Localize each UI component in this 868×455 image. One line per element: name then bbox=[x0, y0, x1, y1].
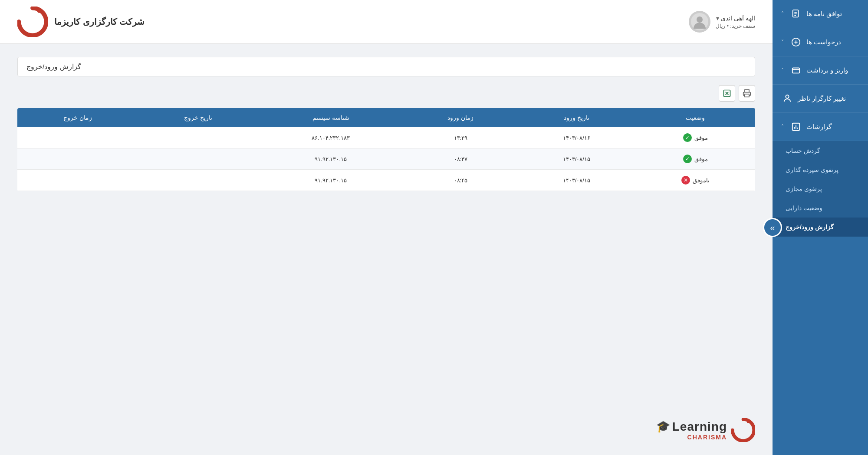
footer-logo-icon bbox=[731, 418, 755, 442]
table-row: موفق ✓ ۱۴۰۳/۰۸/۱۶۱۳:۲۹۸۶.۱۰۴.۲۳۲.۱۸۳ bbox=[17, 127, 755, 148]
header: الهه آهی اندی ▾ سقف خرید: • ریال شرکت کا… bbox=[0, 0, 773, 44]
collapse-icon: » bbox=[770, 223, 775, 233]
sub-item-label: وضعیت دارایی bbox=[786, 204, 822, 211]
cell-exit-date bbox=[138, 127, 258, 148]
col-system-id: شناسه سیستم bbox=[258, 108, 404, 127]
sidebar-item-reports[interactable]: گزارشات ˄ bbox=[773, 113, 868, 141]
user-credit: سقف خرید: • ریال bbox=[716, 23, 755, 29]
cell-system-id: ۸۶.۱۰۴.۲۳۲.۱۸۳ bbox=[258, 127, 404, 148]
footer-charisma-text: CHARISMA bbox=[656, 434, 727, 441]
svg-point-9 bbox=[786, 95, 789, 98]
sidebar-item-requests[interactable]: درخواست ها ˅ bbox=[773, 28, 868, 56]
footer-text: Learning 🎓 CHARISMA bbox=[656, 420, 727, 441]
col-exit-date: تاریخ خروج bbox=[138, 108, 258, 127]
sidebar-sub-account-history[interactable]: گردش حساب bbox=[773, 141, 868, 160]
sidebar: توافق نامه ها ˄ درخواست ها ˅ bbox=[773, 0, 868, 455]
report-title: گزارش ورود/خروج bbox=[26, 63, 81, 71]
sub-item-label: گزارش ورود/خروج bbox=[786, 224, 834, 231]
cell-exit-time bbox=[17, 148, 138, 170]
cell-entry-time: ۱۳:۲۹ bbox=[404, 127, 518, 148]
table-row: موفق ✓ ۱۴۰۳/۰۸/۱۵۰۸:۴۷۹۱.۹۲.۱۳۰.۱۵ bbox=[17, 148, 755, 170]
svg-point-15 bbox=[697, 16, 703, 23]
svg-rect-17 bbox=[745, 94, 749, 97]
sidebar-sub-asset-status[interactable]: وضعیت دارایی bbox=[773, 198, 868, 218]
cell-entry-date: ۱۴۰۳/۰۸/۱۶ bbox=[518, 127, 635, 148]
col-exit-time: زمان خروج bbox=[17, 108, 138, 127]
sidebar-item-agreements[interactable]: توافق نامه ها ˄ bbox=[773, 0, 868, 28]
sidebar-item-label: تغییر کارگزار ناظر bbox=[798, 95, 846, 102]
agent-icon bbox=[781, 92, 793, 105]
cell-exit-date bbox=[138, 170, 258, 191]
sidebar-item-change-agent[interactable]: تغییر کارگزار ناظر bbox=[773, 85, 868, 113]
agreements-icon bbox=[790, 8, 802, 20]
sidebar-item-label: گزارشات bbox=[806, 123, 832, 131]
excel-button[interactable] bbox=[719, 85, 735, 102]
footer-learning-text: Learning bbox=[672, 420, 727, 434]
cell-status: موفق ✓ bbox=[635, 148, 755, 170]
chevron-down-icon: ˅ bbox=[781, 39, 784, 45]
col-entry-date: تاریخ ورود bbox=[518, 108, 635, 127]
chevron-up-icon2: ˄ bbox=[781, 124, 784, 130]
graduation-hat-icon: 🎓 bbox=[656, 420, 670, 433]
chevron-up-icon: ˄ bbox=[781, 11, 784, 17]
svg-rect-7 bbox=[792, 68, 800, 73]
cell-status: ناموفق ✕ bbox=[635, 170, 755, 191]
table-row: ناموفق ✕ ۱۴۰۳/۰۸/۱۵۰۸:۴۵۹۱.۹۲.۱۳۰.۱۵ bbox=[17, 170, 755, 191]
cell-system-id: ۹۱.۹۲.۱۳۰.۱۵ bbox=[258, 148, 404, 170]
page-body: گزارش ورود/خروج bbox=[0, 44, 773, 405]
status-icon: ✓ bbox=[683, 133, 692, 142]
sidebar-collapse-button[interactable]: » bbox=[763, 218, 782, 237]
chevron-down-icon2: ˅ bbox=[781, 67, 784, 73]
report-title-bar: گزارش ورود/خروج bbox=[17, 57, 755, 76]
main-content: الهه آهی اندی ▾ سقف خرید: • ریال شرکت کا… bbox=[0, 0, 773, 455]
toolbar bbox=[17, 85, 755, 102]
sidebar-item-deposit[interactable]: واریز و برداشت ˅ bbox=[773, 56, 868, 85]
sidebar-item-label: واریز و برداشت bbox=[806, 66, 848, 74]
cell-status: موفق ✓ bbox=[635, 127, 755, 148]
company-logo: شرکت کارگزاری کاریزما bbox=[17, 7, 145, 37]
svg-point-16 bbox=[37, 9, 42, 13]
user-info: الهه آهی اندی ▾ سقف خرید: • ریال bbox=[716, 15, 755, 29]
footer: Learning 🎓 CHARISMA bbox=[0, 405, 773, 455]
avatar bbox=[689, 11, 710, 33]
sidebar-item-label: درخواست ها bbox=[806, 38, 841, 46]
cell-exit-date bbox=[138, 148, 258, 170]
cell-system-id: ۹۱.۹۲.۱۳۰.۱۵ bbox=[258, 170, 404, 191]
footer-logo: Learning 🎓 CHARISMA bbox=[656, 418, 755, 442]
sub-item-label: گردش حساب bbox=[786, 147, 820, 154]
cell-entry-time: ۰۸:۴۷ bbox=[404, 148, 518, 170]
col-entry-time: زمان ورود bbox=[404, 108, 518, 127]
sidebar-item-label: توافق نامه ها bbox=[806, 10, 842, 18]
sidebar-sub-portfolio[interactable]: پرتفوی سپرده گذاری bbox=[773, 160, 868, 179]
company-name: شرکت کارگزاری کاریزما bbox=[54, 16, 145, 27]
logo-icon bbox=[17, 7, 48, 37]
reports-icon bbox=[790, 121, 802, 133]
sub-item-label: پرتفوی مجازی bbox=[786, 185, 822, 192]
svg-point-21 bbox=[747, 420, 750, 423]
sidebar-sub-login-report[interactable]: گزارش ورود/خروج bbox=[773, 218, 868, 237]
status-icon: ✕ bbox=[681, 176, 690, 185]
cell-entry-time: ۰۸:۴۵ bbox=[404, 170, 518, 191]
cell-exit-time bbox=[17, 170, 138, 191]
status-icon: ✓ bbox=[683, 155, 692, 163]
requests-icon bbox=[790, 36, 802, 48]
dropdown-arrow[interactable]: ▾ bbox=[716, 15, 719, 22]
deposit-icon bbox=[790, 64, 802, 76]
cell-entry-date: ۱۴۰۳/۰۸/۱۵ bbox=[518, 148, 635, 170]
cell-exit-time bbox=[17, 127, 138, 148]
user-section: الهه آهی اندی ▾ سقف خرید: • ریال bbox=[689, 11, 755, 33]
sub-item-label: پرتفوی سپرده گذاری bbox=[786, 166, 838, 173]
user-name: الهه آهی اندی ▾ bbox=[716, 15, 755, 22]
cell-entry-date: ۱۴۰۳/۰۸/۱۵ bbox=[518, 170, 635, 191]
print-button[interactable] bbox=[739, 85, 755, 102]
sidebar-sub-virtual-portfolio[interactable]: پرتفوی مجازی bbox=[773, 179, 868, 198]
data-table: وضعیت تاریخ ورود زمان ورود شناسه سیستم ت… bbox=[17, 108, 755, 191]
col-status: وضعیت bbox=[635, 108, 755, 127]
